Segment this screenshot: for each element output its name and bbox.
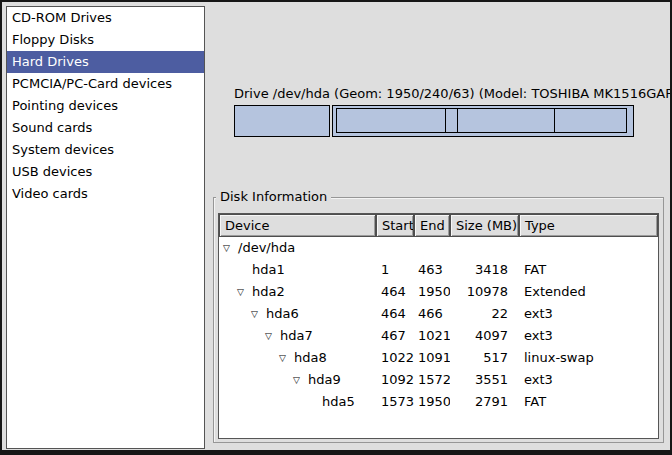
sidebar-item-pointing-devices[interactable]: Pointing devices xyxy=(7,95,204,117)
device-name: hda2 xyxy=(252,281,285,303)
table-header-row: Device Start End Size (MB) Type xyxy=(219,214,658,237)
tree-expander-open-icon[interactable]: ▽ xyxy=(237,281,252,303)
cell-type: FAT xyxy=(519,391,658,413)
cell-start: 464 xyxy=(376,303,414,325)
cell-end: 1950 xyxy=(414,281,450,303)
partition-segment-hda2-extended xyxy=(332,105,634,137)
table-row-hda2[interactable]: ▽hda2464195010978Extended xyxy=(219,281,658,303)
cell-type xyxy=(519,237,658,259)
cell-type: Extended xyxy=(519,281,658,303)
sidebar-device-list: CD-ROM DrivesFloppy DisksHard DrivesPCMC… xyxy=(6,6,205,449)
cell-size xyxy=(450,237,519,259)
column-header-type[interactable]: Type xyxy=(519,214,658,237)
sidebar-item-hard-drives[interactable]: Hard Drives xyxy=(7,51,204,73)
cell-start xyxy=(376,237,414,259)
device-name: hda6 xyxy=(266,303,299,325)
table-row-hda6[interactable]: ▽hda646446622ext3 xyxy=(219,303,658,325)
column-header-start[interactable]: Start xyxy=(376,214,414,237)
cell-size: 22 xyxy=(450,303,519,325)
cell-type: ext3 xyxy=(519,303,658,325)
table-row-hda7[interactable]: ▽hda746710214097ext3 xyxy=(219,325,658,347)
partition-segment-hda5 xyxy=(554,108,627,133)
tree-expander-open-icon[interactable]: ▽ xyxy=(293,369,308,391)
cell-start: 1 xyxy=(376,259,414,281)
column-header-size[interactable]: Size (MB) xyxy=(450,214,519,237)
device-name: /dev/hda xyxy=(238,237,295,259)
drive-title: Drive /dev/hda (Geom: 1950/240/63) (Mode… xyxy=(234,86,634,102)
column-header-end[interactable]: End xyxy=(414,214,450,237)
hardware-browser-window: { "colors": { "selection": "#4d5da1", "p… xyxy=(0,0,672,455)
disk-information-frame: Disk Information Device Start End Size (… xyxy=(213,197,664,443)
partition-segment-hda9 xyxy=(457,108,555,133)
sidebar-item-usb-devices[interactable]: USB devices xyxy=(7,161,204,183)
device-name: hda8 xyxy=(294,347,327,369)
cell-end: 466 xyxy=(414,303,450,325)
cell-size: 517 xyxy=(450,347,519,369)
cell-end: 1021 xyxy=(414,325,450,347)
cell-type: ext3 xyxy=(519,369,658,391)
column-header-device[interactable]: Device xyxy=(219,214,376,237)
cell-start: 1573 xyxy=(376,391,414,413)
cell-size: 2791 xyxy=(450,391,519,413)
cell-size: 10978 xyxy=(450,281,519,303)
tree-expander-open-icon[interactable]: ▽ xyxy=(223,237,238,259)
device-name: hda1 xyxy=(252,259,285,281)
cell-start: 1022 xyxy=(376,347,414,369)
sidebar-item-pcmcia-pc-card-devices[interactable]: PCMCIA/PC-Card devices xyxy=(7,73,204,95)
table-body: ▽/dev/hdahda114633418FAT▽hda246419501097… xyxy=(219,237,658,413)
cell-start: 467 xyxy=(376,325,414,347)
partition-segment-hda8 xyxy=(445,108,459,133)
cell-size: 4097 xyxy=(450,325,519,347)
cell-start: 464 xyxy=(376,281,414,303)
cell-end: 1091 xyxy=(414,347,450,369)
partition-segment-hda1 xyxy=(234,105,330,137)
cell-end: 1950 xyxy=(414,391,450,413)
device-name: hda7 xyxy=(280,325,313,347)
device-name: hda5 xyxy=(322,391,355,413)
table-row-hda1[interactable]: hda114633418FAT xyxy=(219,259,658,281)
partition-bar xyxy=(234,105,634,137)
disk-information-table: Device Start End Size (MB) Type ▽/dev/hd… xyxy=(218,213,659,439)
sidebar-item-video-cards[interactable]: Video cards xyxy=(7,183,204,205)
tree-expander-open-icon[interactable]: ▽ xyxy=(265,325,280,347)
sidebar-item-system-devices[interactable]: System devices xyxy=(7,139,204,161)
cell-type: linux-swap xyxy=(519,347,658,369)
table-row--dev-hda[interactable]: ▽/dev/hda xyxy=(219,237,658,259)
table-row-hda5[interactable]: hda5157319502791FAT xyxy=(219,391,658,413)
table-row-hda8[interactable]: ▽hda810221091517linux-swap xyxy=(219,347,658,369)
tree-expander-open-icon[interactable]: ▽ xyxy=(251,303,266,325)
cell-type: FAT xyxy=(519,259,658,281)
cell-end xyxy=(414,237,450,259)
device-name: hda9 xyxy=(308,369,341,391)
sidebar-item-sound-cards[interactable]: Sound cards xyxy=(7,117,204,139)
cell-type: ext3 xyxy=(519,325,658,347)
sidebar-item-cd-rom-drives[interactable]: CD-ROM Drives xyxy=(7,7,204,29)
cell-size: 3551 xyxy=(450,369,519,391)
cell-end: 463 xyxy=(414,259,450,281)
cell-size: 3418 xyxy=(450,259,519,281)
cell-start: 1092 xyxy=(376,369,414,391)
tree-expander-open-icon[interactable]: ▽ xyxy=(279,347,294,369)
disk-information-frame-label: Disk Information xyxy=(216,189,331,205)
table-row-hda9[interactable]: ▽hda9109215723551ext3 xyxy=(219,369,658,391)
sidebar-item-floppy-disks[interactable]: Floppy Disks xyxy=(7,29,204,51)
partition-segment-hda7 xyxy=(336,108,446,133)
cell-end: 1572 xyxy=(414,369,450,391)
